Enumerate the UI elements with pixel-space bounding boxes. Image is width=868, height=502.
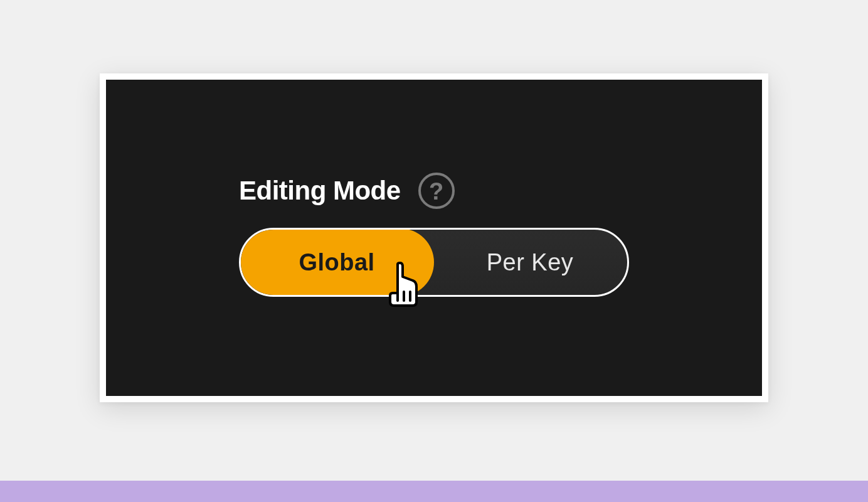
card-frame: Editing Mode ? Global Per Key	[100, 73, 768, 402]
editing-mode-section: Editing Mode ? Global Per Key	[239, 173, 629, 297]
mode-toggle: Global Per Key	[239, 228, 629, 297]
panel-dark: Editing Mode ? Global Per Key	[106, 80, 762, 396]
toggle-label-global: Global	[299, 249, 374, 276]
toggle-option-global[interactable]: Global	[240, 228, 434, 296]
footer-accent-bar	[0, 481, 868, 502]
section-title: Editing Mode	[239, 176, 401, 206]
title-row: Editing Mode ?	[239, 173, 629, 209]
toggle-option-per-key[interactable]: Per Key	[433, 230, 627, 295]
toggle-label-per-key: Per Key	[487, 249, 574, 276]
help-glyph: ?	[429, 179, 443, 203]
help-icon[interactable]: ?	[418, 173, 455, 209]
